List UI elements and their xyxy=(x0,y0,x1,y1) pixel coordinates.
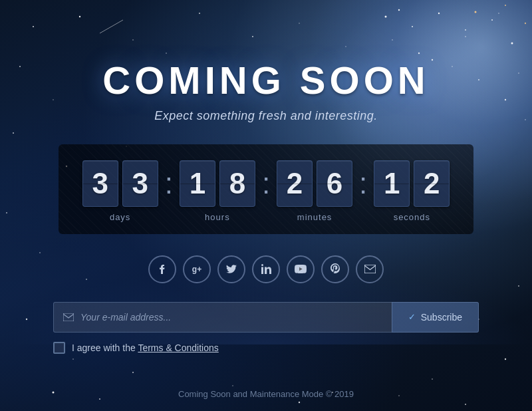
days-label: days xyxy=(110,212,130,222)
linkedin-button[interactable] xyxy=(252,255,280,283)
subscribe-label: Subscribe xyxy=(421,312,462,323)
terms-checkbox[interactable] xyxy=(53,342,65,354)
social-icons-row: g+ xyxy=(148,255,384,283)
email-input-wrapper xyxy=(53,302,392,333)
email-input-icon xyxy=(63,313,74,321)
hours-group: 1 8 hours xyxy=(180,160,255,222)
hours-digit-1: 1 xyxy=(180,160,215,207)
seconds-digit-2: 2 xyxy=(414,160,450,207)
hours-label: hours xyxy=(205,212,230,222)
page-title: COMING SOON xyxy=(102,58,429,102)
hours-digits: 1 8 xyxy=(180,160,255,207)
minutes-digit-2: 6 xyxy=(317,160,352,207)
footer-text: Coming Soon and Maintenance Mode © 2019 xyxy=(178,389,354,399)
subscribe-checkmark: ✓ xyxy=(408,312,416,322)
terms-link[interactable]: Terms & Conditions xyxy=(138,342,218,353)
email-social-button[interactable] xyxy=(356,255,384,283)
youtube-button[interactable] xyxy=(287,255,315,283)
days-digit-1: 3 xyxy=(82,160,118,207)
terms-row: I agree with the Terms & Conditions xyxy=(53,342,479,354)
email-input[interactable] xyxy=(80,312,382,323)
days-group: 3 3 days xyxy=(82,160,158,222)
svg-rect-54 xyxy=(364,265,376,273)
facebook-button[interactable] xyxy=(148,255,176,283)
subscribe-form: ✓ Subscribe xyxy=(53,302,479,333)
footer: Coming Soon and Maintenance Mode © 2019 xyxy=(0,389,532,399)
colon-2: : xyxy=(255,167,277,200)
svg-point-53 xyxy=(261,264,263,266)
days-digit-2: 3 xyxy=(122,160,158,207)
main-content: COMING SOON Expect something fresh and i… xyxy=(0,58,532,354)
google-plus-button[interactable]: g+ xyxy=(183,255,211,283)
minutes-digits: 2 6 xyxy=(277,160,352,207)
svg-rect-55 xyxy=(63,313,74,321)
seconds-digits: 1 2 xyxy=(374,160,450,207)
countdown-container: 3 3 days : 1 8 hours : 2 6 minutes : 1 xyxy=(59,144,474,234)
subscribe-button[interactable]: ✓ Subscribe xyxy=(392,302,479,333)
google-plus-icon: g+ xyxy=(192,265,201,274)
seconds-label: seconds xyxy=(394,212,430,222)
colon-3: : xyxy=(352,167,374,200)
terms-prefix: I agree with the xyxy=(72,342,138,353)
seconds-group: 1 2 seconds xyxy=(374,160,450,222)
svg-rect-52 xyxy=(261,267,263,275)
days-digits: 3 3 xyxy=(82,160,158,207)
seconds-digit-1: 1 xyxy=(374,160,410,207)
minutes-group: 2 6 minutes xyxy=(277,160,352,222)
minutes-label: minutes xyxy=(297,212,332,222)
terms-text: I agree with the Terms & Conditions xyxy=(72,342,219,353)
hours-digit-2: 8 xyxy=(219,160,255,207)
twitter-button[interactable] xyxy=(217,255,245,283)
colon-1: : xyxy=(158,167,180,200)
minutes-digit-1: 2 xyxy=(277,160,313,207)
page-subtitle: Expect something fresh and interesting. xyxy=(154,109,378,123)
pinterest-button[interactable] xyxy=(321,255,349,283)
